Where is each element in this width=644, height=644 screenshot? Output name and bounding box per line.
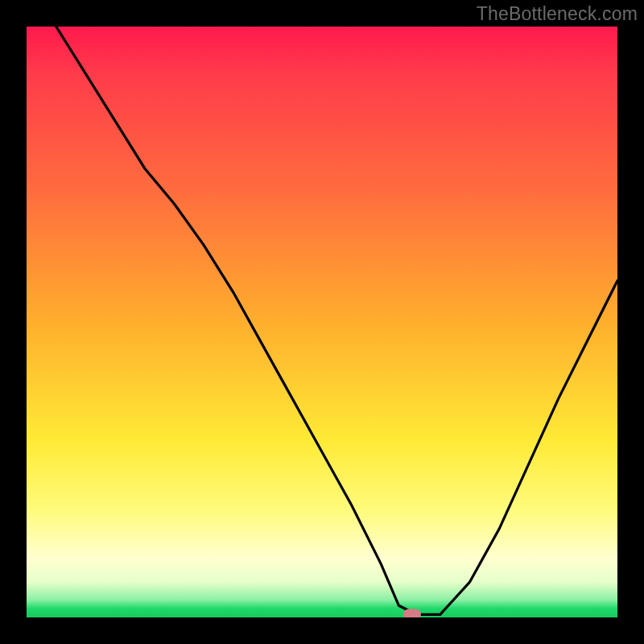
plot-area [27, 27, 617, 617]
watermark-text: TheBottleneck.com [477, 3, 638, 25]
bottleneck-curve [27, 27, 617, 617]
chart-container: TheBottleneck.com [0, 0, 644, 644]
optimal-marker [403, 609, 421, 617]
